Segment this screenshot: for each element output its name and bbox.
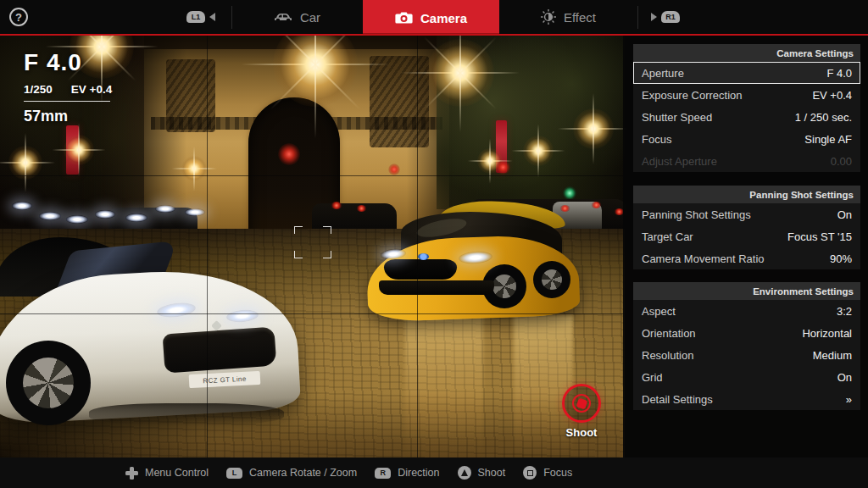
setting-label: Shutter Speed: [642, 111, 712, 124]
top-nav-bar: ? L1 Car Camera Effect R1: [0, 0, 868, 34]
scene-trees-right: [437, 36, 625, 209]
hud-ev-value: EV +0.4: [71, 83, 112, 96]
hud-focal-length-value: 57mm: [24, 108, 112, 125]
controller-hint: Focus: [523, 466, 572, 480]
controller-hint-label: Menu Control: [145, 467, 209, 479]
panel-title: Environment Settings: [753, 286, 854, 297]
settings-panel: Camera SettingsApertureF 4.0Exposure Cor…: [633, 44, 860, 172]
setting-label: Focus: [642, 133, 671, 146]
shoot-button[interactable]: [562, 384, 601, 423]
setting-value: Single AF: [804, 133, 852, 146]
controller-hint-label: Direction: [398, 467, 439, 479]
hud-shutter-value: 1/250: [24, 83, 53, 96]
shoot-button-label: Shoot: [562, 426, 601, 439]
controller-hint: LCamera Rotate / Zoom: [226, 467, 357, 479]
scene-car-peugeot-rcz: RCZ GT Line: [0, 237, 301, 453]
tab-prev-control[interactable]: L1: [186, 11, 215, 23]
square-button-icon: [523, 466, 537, 480]
scene-headlight: [185, 208, 205, 216]
setting-label: Aspect: [642, 305, 676, 318]
controller-hint-bar: Menu ControlLCamera Rotate / ZoomRDirect…: [0, 458, 868, 488]
focus-front-rim: [492, 274, 516, 298]
tab-camera[interactable]: Camera: [363, 0, 499, 36]
help-icon: ?: [15, 11, 22, 24]
tab-car-label: Car: [300, 10, 320, 25]
settings-row[interactable]: Aspect3:2: [633, 300, 860, 322]
settings-row: Adjust Aperture0.00: [633, 150, 860, 172]
setting-label: Panning Shot Settings: [642, 208, 751, 221]
setting-label: Target Car: [642, 230, 693, 243]
tab-camera-label: Camera: [420, 11, 467, 25]
focus-rear-rim: [542, 269, 562, 290]
focus-bumper: [379, 280, 494, 295]
top-bar-accent-line: [0, 34, 868, 36]
setting-value: 90%: [830, 252, 852, 265]
rcz-grille: [163, 326, 277, 373]
settings-row[interactable]: ApertureF 4.0: [633, 62, 860, 84]
license-plate-text: RCZ GT Line: [203, 374, 247, 385]
settings-row[interactable]: Shutter Speed1 / 250 sec.: [633, 106, 860, 128]
settings-row[interactable]: Exposure CorrectionEV +0.4: [633, 84, 860, 106]
setting-value: On: [837, 371, 852, 384]
setting-label: Orientation: [642, 327, 696, 340]
setting-value: F 4.0: [826, 67, 852, 80]
setting-value: 1 / 250 sec.: [795, 111, 852, 124]
camera-icon: [395, 11, 413, 25]
setting-label: Resolution: [642, 349, 693, 362]
grid-line-vertical: [207, 36, 208, 458]
scene-arc-attic: [144, 36, 449, 49]
settings-row[interactable]: OrientationHorizontal: [633, 322, 860, 344]
l1-button-icon: L1: [186, 11, 205, 23]
settings-row[interactable]: Detail Settings»: [633, 388, 860, 410]
settings-row[interactable]: ResolutionMedium: [633, 344, 860, 366]
settings-panel: Environment SettingsAspect3:2Orientation…: [633, 282, 860, 410]
rcz-rim: [23, 358, 74, 408]
setting-value: On: [837, 208, 852, 221]
controller-hint: RDirection: [375, 467, 439, 479]
settings-panel: Panning Shot SettingsPanning Shot Settin…: [633, 186, 860, 269]
help-button[interactable]: ?: [9, 8, 28, 26]
left-stick-icon: L: [226, 468, 242, 479]
setting-label: Exposure Correction: [642, 89, 743, 102]
scene-headlight: [12, 202, 32, 210]
arrow-right-icon: [651, 13, 657, 21]
scene-red-banner: [496, 120, 507, 173]
right-stick-icon: R: [375, 468, 391, 479]
r1-button-icon: R1: [661, 11, 680, 23]
setting-value: EV +0.4: [812, 89, 852, 102]
focus-grille: [384, 259, 457, 280]
dpad-icon: [125, 467, 138, 480]
car-icon: [274, 11, 292, 23]
effect-icon: [541, 9, 556, 25]
tab-effect[interactable]: Effect: [499, 0, 637, 34]
settings-row[interactable]: FocusSingle AF: [633, 128, 860, 150]
scene-red-banner: [66, 125, 79, 175]
settings-row[interactable]: Panning Shot SettingsOn: [633, 203, 860, 225]
panel-title: Camera Settings: [776, 48, 854, 58]
controller-hint-label: Camera Rotate / Zoom: [249, 467, 357, 479]
scene-headlight: [39, 212, 61, 220]
grid-line-vertical: [417, 36, 418, 458]
tab-next-control[interactable]: R1: [651, 11, 680, 23]
ford-badge-icon: [418, 253, 429, 260]
tab-car[interactable]: Car: [231, 0, 363, 34]
setting-value: Medium: [813, 349, 852, 362]
divider: [637, 6, 638, 29]
controller-hint-label: Shoot: [478, 467, 506, 479]
focus-frame: [294, 226, 331, 258]
setting-value: Horizontal: [802, 327, 852, 340]
settings-row[interactable]: Camera Movement Ratio90%: [633, 247, 860, 269]
hud-aperture-value: F 4.0: [24, 49, 112, 76]
tab-effect-label: Effect: [564, 10, 596, 25]
scene-arc-relief: [370, 56, 429, 147]
controller-hint: Shoot: [458, 466, 506, 480]
scene-headlight: [95, 210, 115, 219]
panel-header: Panning Shot Settings: [633, 186, 860, 203]
settings-row[interactable]: GridOn: [633, 366, 860, 388]
scene-headlight: [125, 214, 147, 222]
panel-header: Environment Settings: [633, 282, 860, 300]
settings-row[interactable]: Target CarFocus ST '15: [633, 225, 860, 247]
setting-label: Aperture: [642, 67, 684, 80]
controller-hint-label: Focus: [543, 467, 572, 479]
setting-value: 0.00: [831, 155, 852, 168]
